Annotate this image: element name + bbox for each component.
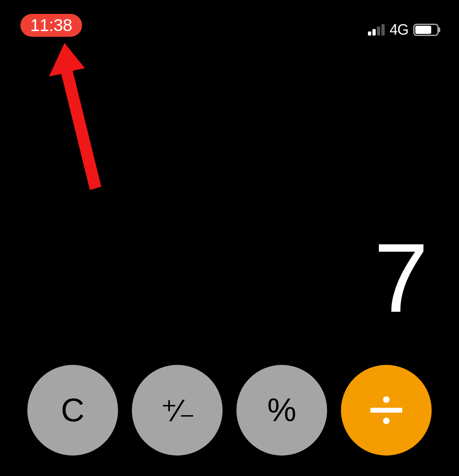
clear-button[interactable]: C [27, 365, 118, 456]
divide-button[interactable] [341, 365, 432, 456]
status-bar: 11:38 4G [0, 0, 459, 41]
divide-icon [370, 396, 402, 424]
plus-minus-button[interactable]: ⁺∕₋ [132, 365, 223, 456]
status-right: 4G [368, 21, 439, 38]
plus-minus-icon: ⁺∕₋ [161, 392, 194, 429]
cellular-signal-icon [368, 24, 385, 36]
calculator-display: 7 [374, 229, 428, 327]
svg-marker-0 [49, 43, 101, 190]
percent-button[interactable]: % [236, 365, 327, 456]
battery-icon [413, 24, 439, 36]
calculator-button-row: C ⁺∕₋ % [0, 365, 459, 456]
time-recording-pill[interactable]: 11:38 [20, 14, 82, 37]
annotation-arrow-icon [49, 43, 123, 198]
network-type-label: 4G [390, 21, 408, 38]
